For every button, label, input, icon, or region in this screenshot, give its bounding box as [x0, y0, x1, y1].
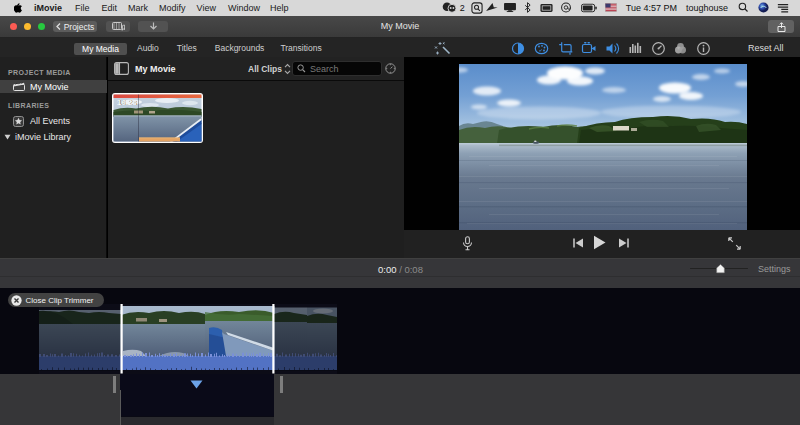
- svg-text:16.2s: 16.2s: [117, 98, 138, 107]
